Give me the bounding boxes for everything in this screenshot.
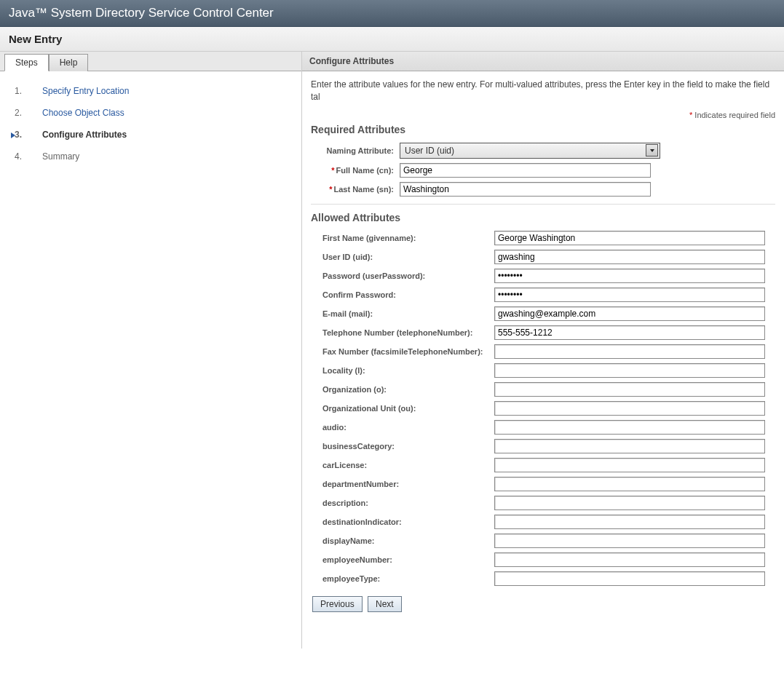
- step-number: 4.: [7, 151, 42, 162]
- form-row: departmentNumber:: [311, 477, 775, 491]
- panel-title: Configure Attributes: [309, 56, 394, 66]
- field-label: Password (userPassword):: [311, 271, 494, 280]
- field-label: employeeType:: [311, 574, 494, 583]
- step-number: 3.: [7, 130, 42, 140]
- dropdown-arrow-icon: [646, 144, 658, 156]
- divider: [311, 204, 775, 205]
- field-label: destinationIndicator:: [311, 518, 494, 526]
- field-input[interactable]: [494, 420, 765, 435]
- field-label: Organizational Unit (ou):: [311, 404, 494, 413]
- tab-help[interactable]: Help: [49, 54, 89, 71]
- field-input[interactable]: [494, 250, 765, 264]
- field-input[interactable]: [494, 231, 765, 245]
- wizard-buttons: Previous Next: [311, 596, 775, 612]
- field-input[interactable]: [494, 382, 765, 397]
- field-input[interactable]: [494, 458, 765, 472]
- form-row: description:: [311, 496, 775, 510]
- field-label: Telephone Number (telephoneNumber):: [311, 328, 494, 337]
- form-row: User ID (uid):: [311, 250, 775, 264]
- step-row: 4. Summary: [7, 146, 294, 167]
- page-subtitle: New Entry: [0, 27, 784, 52]
- required-field-note: * Indicates required field: [311, 111, 775, 119]
- form-row: Locality (l):: [311, 363, 775, 378]
- step-number: 2.: [7, 108, 42, 118]
- field-input[interactable]: [494, 552, 765, 567]
- app-header: Java™ System Directory Service Control C…: [0, 0, 784, 27]
- field-input[interactable]: [494, 306, 765, 321]
- field-input[interactable]: [494, 496, 765, 510]
- wizard-steps-panel: Steps Help 1. Specify Entry Location 2. …: [0, 52, 302, 649]
- full-name-input[interactable]: [400, 163, 651, 178]
- field-input[interactable]: [494, 344, 765, 359]
- field-label: displayName:: [311, 536, 494, 545]
- form-row: displayName:: [311, 534, 775, 548]
- instructions-text: Enter the attribute values for the new e…: [311, 79, 775, 103]
- last-name-input[interactable]: [400, 182, 651, 197]
- step-current-configure-attributes: Configure Attributes: [42, 130, 127, 140]
- step-row: 2. Choose Object Class: [7, 102, 294, 124]
- step-number: 1.: [7, 86, 42, 96]
- form-row: Password (userPassword):: [311, 269, 775, 283]
- app-title: Java™ System Directory Service Control C…: [9, 6, 274, 20]
- form-row: Organization (o):: [311, 382, 775, 397]
- field-label: Confirm Password:: [311, 290, 494, 299]
- previous-button[interactable]: Previous: [312, 596, 363, 612]
- field-label: carLicense:: [311, 461, 494, 469]
- field-input[interactable]: [494, 325, 765, 340]
- field-label: User ID (uid):: [311, 253, 494, 261]
- form-row: Telephone Number (telephoneNumber):: [311, 325, 775, 340]
- field-label: Locality (l):: [311, 366, 494, 375]
- form-row: employeeType:: [311, 571, 775, 586]
- step-row-current: 3. Configure Attributes: [7, 124, 294, 146]
- field-input[interactable]: [494, 439, 765, 453]
- form-row: Confirm Password:: [311, 288, 775, 302]
- field-label: First Name (givenname):: [311, 234, 494, 242]
- form-row: E-mail (mail):: [311, 306, 775, 321]
- last-name-label: *Last Name (sn):: [311, 185, 400, 194]
- field-label: E-mail (mail):: [311, 309, 494, 318]
- form-row: destinationIndicator:: [311, 515, 775, 529]
- step-row: 1. Specify Entry Location: [7, 80, 294, 102]
- allowed-attributes-heading: Allowed Attributes: [311, 212, 775, 223]
- full-name-label: *Full Name (cn):: [311, 166, 400, 175]
- naming-attribute-select[interactable]: User ID (uid): [400, 143, 660, 159]
- field-label: description:: [311, 499, 494, 507]
- form-row: First Name (givenname):: [311, 231, 775, 245]
- field-input[interactable]: [494, 288, 765, 302]
- form-row: audio:: [311, 420, 775, 435]
- field-label: audio:: [311, 423, 494, 432]
- naming-attribute-value: User ID (uid): [405, 146, 454, 156]
- form-row: businessCategory:: [311, 439, 775, 453]
- step-link-choose-object-class[interactable]: Choose Object Class: [42, 108, 124, 118]
- required-attributes-heading: Required Attributes: [311, 124, 775, 135]
- field-input[interactable]: [494, 269, 765, 283]
- next-button[interactable]: Next: [368, 596, 402, 612]
- step-summary: Summary: [42, 151, 79, 162]
- field-input[interactable]: [494, 401, 765, 416]
- side-tabs: Steps Help: [0, 52, 301, 71]
- form-row: Organizational Unit (ou):: [311, 401, 775, 416]
- field-input[interactable]: [494, 363, 765, 378]
- field-label: Organization (o):: [311, 385, 494, 394]
- field-label: departmentNumber:: [311, 480, 494, 488]
- field-label: businessCategory:: [311, 442, 494, 451]
- panel-title-bar: Configure Attributes: [302, 52, 784, 71]
- field-input[interactable]: [494, 515, 765, 529]
- field-label: Fax Number (facsimileTelephoneNumber):: [311, 347, 494, 356]
- form-panel: Configure Attributes Enter the attribute…: [302, 52, 784, 649]
- naming-attribute-label: Naming Attribute:: [311, 146, 400, 155]
- tab-steps[interactable]: Steps: [4, 54, 49, 71]
- field-input[interactable]: [494, 477, 765, 491]
- field-input[interactable]: [494, 534, 765, 548]
- steps-list: 1. Specify Entry Location 2. Choose Obje…: [0, 71, 301, 176]
- step-link-specify-entry-location[interactable]: Specify Entry Location: [42, 86, 129, 96]
- form-row: carLicense:: [311, 458, 775, 472]
- form-row: Fax Number (facsimileTelephoneNumber):: [311, 344, 775, 359]
- field-label: employeeNumber:: [311, 555, 494, 564]
- form-row: employeeNumber:: [311, 552, 775, 567]
- field-input[interactable]: [494, 571, 765, 586]
